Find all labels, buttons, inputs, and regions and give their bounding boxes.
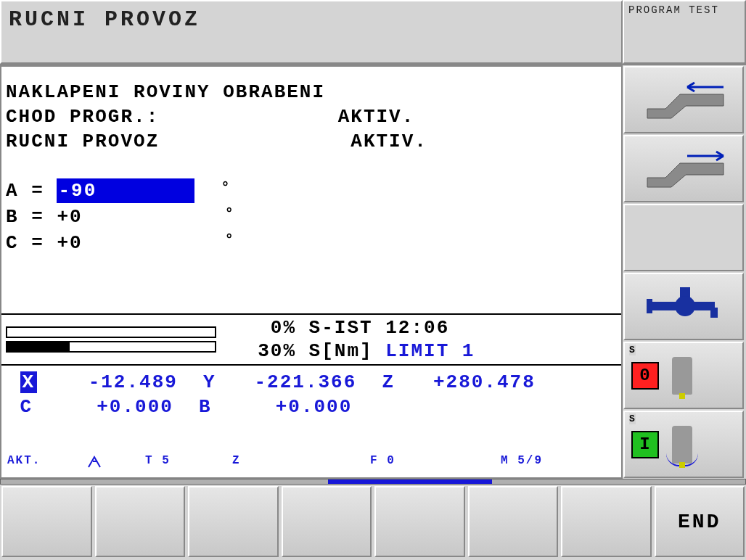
content-panel: NAKLAPENI ROVINY OBRABENI CHOD PROGR.: A… (0, 65, 623, 479)
pos-row-1: X -12.489 Y -221.366 Z +280.478 (7, 370, 615, 395)
prog-line: CHOD PROGR.: AKTIV. (6, 104, 617, 129)
m-value: M 5/9 (501, 454, 543, 472)
softkey-f7[interactable] (561, 486, 652, 557)
start-indicator: I (631, 431, 659, 458)
z-label: Z (232, 454, 363, 472)
softkey-empty-1[interactable] (623, 204, 744, 271)
tool-return-left-icon (636, 78, 731, 122)
spindle-status-bar: 0% S-IST 12:0630% S[Nm] LIMIT 1 (1, 313, 621, 364)
main-area: NAKLAPENI ROVINY OBRABENI CHOD PROGR.: A… (0, 65, 746, 479)
softkey-f5[interactable] (374, 486, 465, 557)
top-bar: RUCNI PROVOZ PROGRAM TEST (0, 0, 746, 65)
limit-value: LIMIT 1 (385, 340, 475, 362)
y-value: -221.366 (254, 371, 356, 393)
manual-line: RUCNI PROVOZ AKTIV. (6, 129, 617, 154)
manual-label: RUCNI PROVOZ (6, 131, 159, 152)
s-label: S (629, 345, 636, 355)
bottom-softkey-area: END (0, 479, 746, 559)
softkey-f2[interactable] (95, 486, 186, 557)
prog-label: CHOD PROGR.: (6, 106, 159, 128)
tilt-title: NAKLAPENI ROVINY OBRABENI (6, 80, 617, 104)
clock-value: 12:06 (385, 317, 449, 339)
sist-bar (6, 326, 216, 338)
snm-label: S[Nm] (309, 340, 373, 362)
angle-c-input[interactable]: +0 (57, 232, 82, 254)
sist-pct: 0% (238, 316, 296, 339)
angle-a-row: A = -90° (6, 178, 617, 205)
manual-value: AKTIV. (351, 131, 427, 152)
spindle-text: 0% S-IST 12:0630% S[Nm] LIMIT 1 (238, 316, 617, 363)
stop-indicator: 0 (631, 362, 659, 390)
x-axis-badge: X (20, 371, 38, 393)
page-title: RUCNI PROVOZ (0, 0, 623, 64)
position-panel: X -12.489 Y -221.366 Z +280.478 C +0.000… (1, 364, 621, 477)
angle-b-label: B (6, 206, 19, 228)
s-label: S (629, 413, 636, 424)
softkey-f1[interactable] (1, 486, 92, 557)
x-value: -12.489 (89, 371, 178, 393)
angle-c-row: C = +0° (6, 231, 617, 257)
softkey-f4[interactable] (282, 486, 372, 557)
softkey-spindle-stop[interactable]: S 0 (623, 342, 744, 409)
angle-a-label: A (6, 180, 19, 202)
rotation-arrow-icon (666, 453, 698, 466)
c-value: +0.000 (97, 396, 173, 418)
pos-row-2: C +0.000 B +0.000 (7, 395, 615, 419)
softkey-end[interactable]: END (655, 486, 745, 557)
svg-rect-3 (647, 299, 652, 313)
tilt-plane-panel: NAKLAPENI ROVINY OBRABENI CHOD PROGR.: A… (1, 67, 621, 313)
z-value: +280.478 (433, 371, 536, 393)
prog-value: AKTIV. (338, 106, 415, 128)
svg-rect-5 (710, 308, 718, 318)
svg-rect-2 (651, 302, 683, 310)
tool-value: T 5 (145, 454, 225, 472)
softkey-page-scrollbar[interactable] (0, 479, 746, 485)
degree-icon: ° (221, 179, 231, 196)
spindle-icon (672, 426, 692, 464)
akt-label: AKT. (7, 454, 80, 472)
angle-a-input[interactable]: -90 (57, 178, 194, 203)
feed-value: F 0 (370, 454, 493, 472)
tool-return-right-icon (636, 147, 731, 191)
position-footer: AKT. T 5 Z F 0 M 5/9 (7, 454, 615, 472)
snm-bar (6, 341, 216, 353)
softkey-return-right[interactable] (623, 135, 744, 202)
snm-pct: 30% (238, 339, 296, 363)
angle-b-row: B = +0° (6, 205, 617, 231)
svg-rect-0 (680, 287, 690, 297)
softkey-coolant[interactable] (623, 273, 744, 340)
faucet-icon (644, 281, 724, 332)
softkey-return-left[interactable] (623, 66, 744, 133)
sist-label: S-IST (309, 317, 373, 339)
b-value: +0.000 (276, 396, 353, 418)
mode-indicator: PROGRAM TEST (623, 0, 746, 64)
angle-b-input[interactable]: +0 (57, 206, 82, 228)
degree-icon: ° (225, 231, 235, 248)
softkey-f6[interactable] (468, 486, 559, 557)
softkey-spindle-start[interactable]: S I (623, 411, 744, 478)
load-bars (6, 324, 238, 355)
angle-c-label: C (6, 232, 19, 254)
softkey-column: S 0 S I (623, 65, 745, 479)
softkey-f3[interactable] (188, 486, 279, 557)
degree-icon: ° (225, 205, 235, 222)
bottom-softkey-row: END (0, 485, 746, 559)
spindle-icon (672, 357, 692, 395)
probe-icon (87, 454, 138, 472)
